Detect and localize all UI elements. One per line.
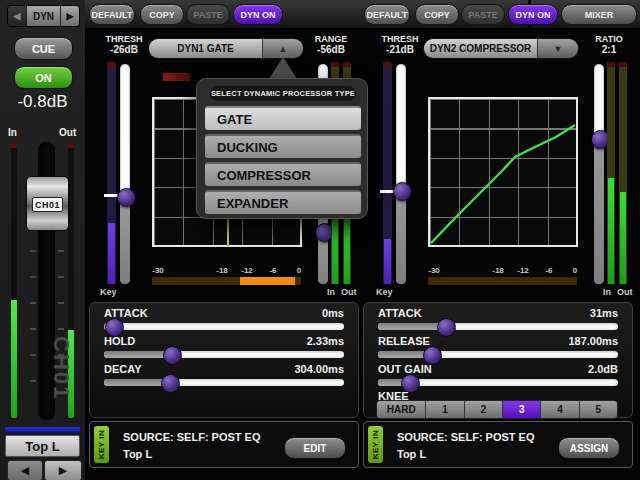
dyn2-key-label: Key <box>376 287 393 297</box>
meter-level <box>108 223 115 284</box>
dyn2-thresh-fader-thumb[interactable] <box>393 182 412 201</box>
selector-label: DYN <box>26 6 61 26</box>
meter-clip-indicator <box>11 142 17 148</box>
paste-button-dyn1[interactable]: PASTE <box>186 4 230 25</box>
strip-in-meter <box>11 142 17 418</box>
slider-label: ATTACK <box>104 307 148 319</box>
toolbar: DEFAULT COPY PASTE DYN ON DEFAULT COPY P… <box>85 0 640 29</box>
dyn1-type-open-button[interactable]: ▲ <box>262 39 303 58</box>
dyn1-params-panel: ATTACK 0ms HOLD 2.33ms DECAY 304.00ms <box>89 302 359 418</box>
knee-option-hard[interactable]: HARD <box>377 401 426 418</box>
chevron-left-icon: ◀ <box>14 11 21 21</box>
processor-selector: ◀ DYN ▶ <box>7 5 80 27</box>
knee-option-2[interactable]: 2 <box>465 401 503 418</box>
strip-out-label: Out <box>59 127 76 138</box>
dyn2-out-meter <box>619 62 627 284</box>
dyn1-level-bar <box>152 277 301 285</box>
slider-value: 2.0dB <box>588 363 618 375</box>
knee-option-4[interactable]: 4 <box>541 401 579 418</box>
slider-label: ATTACK <box>378 307 422 319</box>
fader-channel-tag: CH01 <box>32 197 63 212</box>
gate-curve <box>227 217 229 247</box>
meter-level <box>620 192 626 284</box>
keyin-tab: KEY IN <box>368 426 383 463</box>
dyn1-threshold-marker <box>104 194 118 197</box>
meter-level <box>384 239 391 284</box>
level-lit-segment <box>240 277 295 285</box>
triangle-up-icon: ▲ <box>279 44 288 54</box>
decay-slider[interactable] <box>104 379 344 386</box>
selector-prev-button[interactable]: ◀ <box>8 6 26 26</box>
popup-item-ducking[interactable]: DUCKING <box>205 134 361 158</box>
dyn1-thresh-fader-thumb[interactable] <box>117 188 136 207</box>
slider-label: DECAY <box>104 363 142 375</box>
meter-level <box>608 178 614 284</box>
dyn2-type-selector[interactable]: DYN2 COMPRESSOR ▼ <box>423 38 579 59</box>
keyin-assign-button[interactable]: ASSIGN <box>558 437 620 459</box>
dyn1-gr-meter <box>163 73 190 81</box>
knee-option-1[interactable]: 1 <box>426 401 464 418</box>
meter-clip-indicator <box>68 142 74 148</box>
knee-selector: HARD 1 2 3 4 5 <box>376 400 618 419</box>
channel-strip: ◀ DYN ▶ CUE ON -0.8dB In Out CH01 CH01 T… <box>0 0 86 480</box>
dyn-on-button-dyn2[interactable]: DYN ON <box>508 4 558 25</box>
keyin-source: SOURCE: SELF: POST EQ <box>397 431 535 443</box>
dyn2-in-meter <box>607 62 615 284</box>
dyn2-type-open-button[interactable]: ▼ <box>537 39 578 58</box>
dyn1-thresh-fader-track[interactable] <box>120 64 130 284</box>
next-channel-button[interactable]: ▶ <box>44 460 82 480</box>
slider-value: 187.00ms <box>568 335 618 347</box>
knee-option-3[interactable]: 3 <box>503 401 541 418</box>
cue-button[interactable]: CUE <box>14 37 73 60</box>
slider-label: RELEASE <box>378 335 430 347</box>
knee-option-5[interactable]: 5 <box>580 401 617 418</box>
mixer-button[interactable]: MIXER <box>561 4 637 25</box>
paste-button-dyn2[interactable]: PASTE <box>461 4 505 25</box>
dynamics-screen: ◀ DYN ▶ CUE ON -0.8dB In Out CH01 CH01 T… <box>0 0 640 480</box>
dyn2-ratio-readout: RATIO 2:1 <box>583 34 635 55</box>
compressor-curve <box>430 99 576 245</box>
processor-type-popup: SELECT DYNAMIC PROCESSOR TYPE GATE DUCKI… <box>196 78 368 219</box>
slider-value: 0ms <box>322 307 344 319</box>
slider-label: OUT GAIN <box>378 363 432 375</box>
prev-channel-button[interactable]: ◀ <box>7 460 43 480</box>
dyn2-params-panel: ATTACK 31ms RELEASE 187.00ms OUT GAIN 2.… <box>363 302 633 418</box>
keyin-edit-button[interactable]: EDIT <box>284 437 346 459</box>
attack-slider[interactable] <box>104 323 344 330</box>
channel-color-bar <box>5 427 80 433</box>
dyn-on-button-dyn1[interactable]: DYN ON <box>233 4 283 25</box>
channel-fader-knob[interactable]: CH01 <box>26 176 69 231</box>
copy-button-dyn2[interactable]: COPY <box>415 4 459 25</box>
dyn2-ratio-fader-track[interactable] <box>594 64 604 284</box>
channel-gain-value: -0.8dB <box>0 92 85 112</box>
dyn1-key-meter <box>107 62 116 284</box>
popup-pointer <box>269 57 297 79</box>
popup-item-gate[interactable]: GATE <box>205 106 361 130</box>
default-button-dyn1[interactable]: DEFAULT <box>89 4 135 25</box>
slider-value: 304.00ms <box>294 363 344 375</box>
on-button[interactable]: ON <box>14 66 73 89</box>
dyn2-thresh-fader-track[interactable] <box>396 64 406 284</box>
keyin-channel: Top L <box>397 448 426 460</box>
copy-button-dyn1[interactable]: COPY <box>140 4 184 25</box>
strip-in-label: In <box>8 127 17 138</box>
popup-item-compressor[interactable]: COMPRESSOR <box>205 162 361 186</box>
slider-label: HOLD <box>104 335 135 347</box>
attack-slider[interactable] <box>378 323 618 330</box>
out-gain-slider[interactable] <box>378 379 618 386</box>
hold-slider[interactable] <box>104 351 344 358</box>
dyn2-keyin-panel: KEY IN SOURCE: SELF: POST EQ Top L ASSIG… <box>363 421 633 468</box>
dyn2-threshold-marker <box>380 190 394 193</box>
selector-next-button[interactable]: ▶ <box>61 6 79 26</box>
dyn1-type-selector[interactable]: DYN1 GATE ▲ <box>148 38 304 59</box>
dyn2-level-scale: -30 -18 -12 -6 0 <box>428 266 578 276</box>
dyn1-out-label: Out <box>341 287 357 297</box>
release-slider[interactable] <box>378 351 618 358</box>
slider-thumb[interactable] <box>161 374 180 393</box>
slider-value: 31ms <box>590 307 618 319</box>
popup-item-expander[interactable]: EXPANDER <box>205 190 361 214</box>
arrow-right-icon: ▶ <box>59 464 67 477</box>
channel-name[interactable]: Top L <box>5 435 80 457</box>
default-button-dyn2[interactable]: DEFAULT <box>364 4 410 25</box>
popup-title: SELECT DYNAMIC PROCESSOR TYPE <box>210 86 356 101</box>
